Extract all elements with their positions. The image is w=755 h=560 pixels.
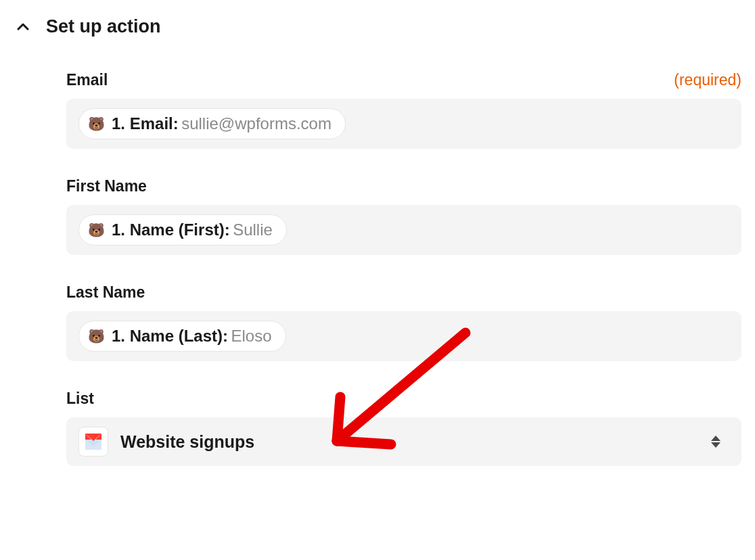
wpforms-bear-icon: 🐻 — [87, 115, 105, 133]
collapse-chevron-icon[interactable] — [16, 20, 30, 34]
email-input[interactable]: 🐻 1. Email: sullie@wpforms.com — [66, 99, 741, 149]
section-header: Set up action — [14, 16, 741, 37]
pill-label: 1. Email: — [112, 114, 179, 133]
lastname-label: Last Name — [66, 283, 145, 302]
firstname-label: First Name — [66, 177, 147, 195]
list-label: List — [66, 390, 94, 408]
lastname-value-pill[interactable]: 🐻 1. Name (Last): Eloso — [78, 321, 286, 352]
required-indicator: (required) — [674, 71, 741, 89]
list-select[interactable]: Website signups — [66, 417, 741, 466]
pill-value: sullie@wpforms.com — [181, 114, 331, 133]
wpforms-bear-icon: 🐻 — [87, 221, 105, 239]
wpforms-bear-icon: 🐻 — [87, 327, 105, 345]
select-chevron-icon — [709, 436, 723, 448]
list-left: Website signups — [78, 427, 254, 457]
lastname-label-row: Last Name — [66, 283, 741, 302]
fields-container: Email (required) 🐻 1. Email: sullie@wpfo… — [66, 71, 741, 466]
pill-label: 1. Name (Last): — [112, 327, 228, 345]
list-field-group: List Website signups — [66, 390, 741, 466]
section-title: Set up action — [46, 16, 161, 37]
pill-value: Sullie — [233, 220, 273, 239]
list-label-row: List — [66, 390, 741, 408]
sendfox-app-icon — [78, 427, 108, 457]
list-selected-value: Website signups — [120, 432, 254, 452]
firstname-field-group: First Name 🐻 1. Name (First): Sullie — [66, 177, 741, 255]
lastname-input[interactable]: 🐻 1. Name (Last): Eloso — [66, 311, 741, 361]
firstname-value-pill[interactable]: 🐻 1. Name (First): Sullie — [78, 214, 287, 246]
pill-value: Eloso — [231, 327, 272, 345]
firstname-label-row: First Name — [66, 177, 741, 195]
email-label: Email — [66, 71, 108, 89]
firstname-input[interactable]: 🐻 1. Name (First): Sullie — [66, 205, 741, 255]
pill-label: 1. Name (First): — [112, 220, 230, 239]
lastname-field-group: Last Name 🐻 1. Name (Last): Eloso — [66, 283, 741, 361]
email-label-row: Email (required) — [66, 71, 741, 89]
email-value-pill[interactable]: 🐻 1. Email: sullie@wpforms.com — [78, 108, 346, 139]
email-field-group: Email (required) 🐻 1. Email: sullie@wpfo… — [66, 71, 741, 149]
